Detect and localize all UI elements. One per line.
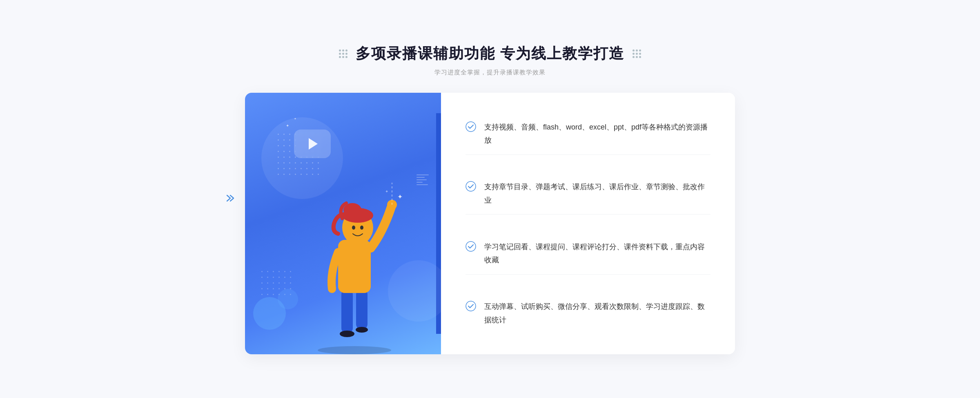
main-title: 多项录播课辅助功能 专为线上教学打造	[356, 44, 624, 64]
svg-rect-2	[356, 289, 368, 330]
feature-item-1: 支持视频、音频、flash、word、excel、ppt、pdf等各种格式的资源…	[466, 113, 710, 155]
header-section: 多项录播课辅助功能 专为线上教学打造 学习进度全掌握，提升录播课教学效果	[245, 44, 735, 76]
title-row: 多项录播课辅助功能 专为线上教学打造	[245, 44, 735, 64]
svg-point-10	[352, 226, 355, 230]
feature-text-3: 学习笔记回看、课程提问、课程评论打分、课件资料下载，重点内容收藏	[484, 240, 710, 267]
subtitle: 学习进度全掌握，提升录播课教学效果	[245, 69, 735, 76]
feature-text-2: 支持章节目录、弹题考试、课后练习、课后作业、章节测验、批改作业	[484, 180, 710, 207]
check-icon-3	[466, 241, 476, 252]
svg-point-4	[356, 327, 368, 333]
left-panel: ✦ ✦	[245, 93, 441, 354]
feature-item-2: 支持章节目录、弹题考试、课后练习、课后作业、章节测验、批改作业	[466, 173, 710, 215]
chevron-decoration	[225, 192, 237, 206]
right-panel: 支持视频、音频、flash、word、excel、ppt、pdf等各种格式的资源…	[441, 93, 735, 354]
svg-text:✦: ✦	[397, 193, 403, 200]
svg-text:✦: ✦	[385, 189, 388, 194]
svg-rect-1	[341, 289, 353, 334]
feature-text-1: 支持视频、音频、flash、word、excel、ppt、pdf等各种格式的资源…	[484, 121, 710, 147]
svg-point-11	[360, 226, 363, 230]
lines-decoration	[416, 174, 429, 185]
feature-item-4: 互动弹幕、试听购买、微信分享、观看次数限制、学习进度跟踪、数据统计	[466, 293, 710, 334]
svg-point-15	[466, 122, 476, 132]
svg-point-16	[466, 181, 476, 191]
check-icon-2	[466, 181, 476, 192]
svg-point-3	[340, 331, 354, 337]
feature-text-4: 互动弹幕、试听购买、微信分享、观看次数限制、学习进度跟踪、数据统计	[484, 300, 710, 326]
svg-point-17	[466, 241, 476, 251]
circle-decoration-2	[278, 289, 298, 309]
svg-point-0	[318, 346, 391, 354]
svg-point-18	[466, 301, 476, 311]
main-container: 多项录播课辅助功能 专为线上教学打造 学习进度全掌握，提升录播课教学效果	[245, 44, 735, 354]
play-icon	[309, 138, 318, 150]
right-dots-decoration	[633, 49, 641, 58]
feature-item-3: 学习笔记回看、课程提问、课程评论打分、课件资料下载，重点内容收藏	[466, 233, 710, 275]
check-icon-1	[466, 121, 476, 132]
svg-rect-5	[338, 240, 371, 293]
vertical-accent-bar	[436, 113, 441, 334]
check-icon-4	[466, 301, 476, 311]
content-card: ✦ ✦ 支持视频、音频、flash、word、excel、ppt、pdf等各种	[245, 93, 735, 354]
play-bubble	[294, 130, 331, 158]
illustration: ✦ ✦	[297, 158, 412, 354]
left-dots-decoration	[339, 49, 347, 58]
